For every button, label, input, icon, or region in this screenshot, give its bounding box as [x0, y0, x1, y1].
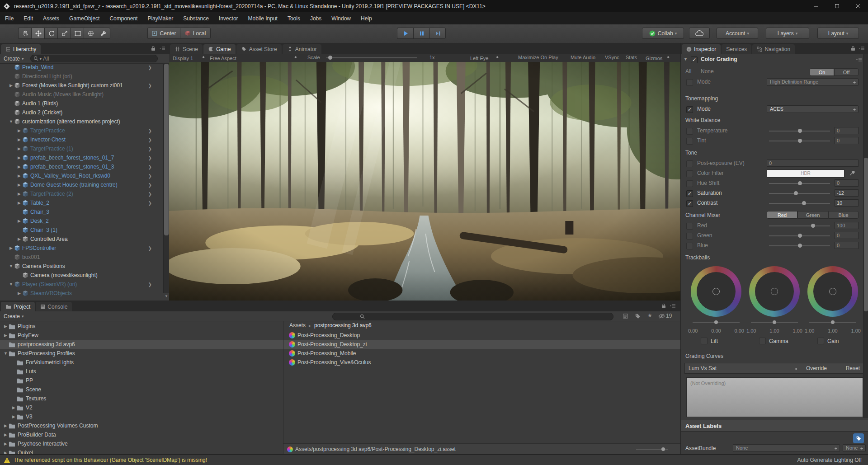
- saturation-slider[interactable]: [769, 190, 830, 197]
- menu-mobile-input[interactable]: Mobile Input: [243, 13, 283, 24]
- hierarchy-item[interactable]: ▶ Desk_2: [0, 216, 164, 225]
- menu-help[interactable]: Help: [356, 13, 377, 24]
- post-exposure-value[interactable]: 0: [767, 160, 859, 167]
- breadcrumb-current[interactable]: postprocessing 3d avp6: [314, 322, 372, 329]
- foldout-right-icon[interactable]: ▶: [16, 128, 22, 133]
- hierarchy-item[interactable]: ▶ TargetPractice❯: [0, 126, 164, 135]
- mixer-red-value[interactable]: 100: [835, 222, 859, 229]
- override-button[interactable]: Override: [806, 365, 827, 371]
- hue-shift-slider[interactable]: [769, 180, 830, 187]
- effect-menu-icon[interactable]: [856, 57, 862, 62]
- inspector-scrollbar[interactable]: [863, 54, 868, 418]
- rotate-tool-button[interactable]: [44, 28, 58, 39]
- project-search-input[interactable]: [332, 313, 613, 320]
- all-button[interactable]: All: [685, 68, 691, 75]
- mixer-blue-value[interactable]: 0: [835, 242, 859, 249]
- layout-dropdown[interactable]: Layout▾: [817, 28, 859, 39]
- project-folder-row[interactable]: ▶ ProBuilder Data: [0, 430, 283, 439]
- maximize-on-play-toggle[interactable]: Maximize On Play: [518, 55, 558, 60]
- foldout-right-icon[interactable]: ▶: [11, 405, 17, 410]
- tab-project[interactable]: Project: [1, 302, 35, 311]
- scale-slider[interactable]: [326, 57, 417, 58]
- pause-button[interactable]: [413, 28, 429, 39]
- lift-slider[interactable]: [693, 322, 740, 323]
- hierarchy-search-input[interactable]: ▾ All: [30, 55, 158, 62]
- tab-navigation[interactable]: Navigation: [752, 44, 795, 54]
- menu-playmaker[interactable]: PlayMaker: [142, 13, 178, 24]
- menu-tools[interactable]: Tools: [283, 13, 305, 24]
- scroll-down-arrow[interactable]: ▼: [164, 294, 169, 300]
- asset-row[interactable]: Post-Processing_Mobile: [283, 349, 680, 358]
- foldout-down-icon[interactable]: ▼: [8, 264, 14, 268]
- menu-assets[interactable]: Assets: [38, 13, 64, 24]
- prefab-nav-arrow[interactable]: ❯: [148, 137, 152, 142]
- menu-component[interactable]: Component: [104, 13, 142, 24]
- project-create-button[interactable]: Create: [4, 313, 20, 319]
- foldout-down-icon[interactable]: ▼: [3, 351, 9, 356]
- hierarchy-item[interactable]: ▶ Invector-Chest❯: [0, 135, 164, 144]
- status-message[interactable]: The referenced script on this Behaviour …: [14, 457, 207, 463]
- foldout-right-icon[interactable]: ▶: [16, 219, 22, 223]
- tonemapping-mode-dropdown[interactable]: ACES: [767, 105, 859, 113]
- project-folder-row[interactable]: Textures: [0, 394, 283, 403]
- project-lock-icon[interactable]: [661, 303, 666, 309]
- hierarchy-item[interactable]: Camera (moveslikesunlight): [0, 271, 164, 280]
- asset-zoom-slider[interactable]: [636, 449, 668, 450]
- prefab-nav-arrow[interactable]: ❯: [148, 183, 152, 188]
- temperature-checkbox[interactable]: [686, 128, 693, 135]
- color-filter-swatch[interactable]: HDR: [767, 169, 844, 178]
- collab-button[interactable]: Collab▾: [642, 28, 684, 39]
- tint-checkbox[interactable]: [686, 138, 693, 145]
- contrast-checkbox[interactable]: ✓: [686, 200, 693, 207]
- space-local-button[interactable]: Local: [180, 28, 211, 39]
- hierarchy-item[interactable]: Chair_3 (1): [0, 225, 164, 235]
- move-tool-button[interactable]: [31, 28, 45, 39]
- tonemapping-mode-checkbox[interactable]: ✓: [686, 106, 693, 113]
- asset-row[interactable]: Post-Processing_Desktop_zi: [283, 340, 680, 349]
- on-button[interactable]: On: [810, 68, 834, 76]
- hierarchy-item[interactable]: ▶ prefab_beech_forest_stones_01_7❯: [0, 153, 164, 162]
- mixer-green-value[interactable]: 0: [835, 232, 859, 239]
- inspector-menu-icon[interactable]: [859, 46, 865, 51]
- foldout-down-icon[interactable]: ▼: [8, 119, 14, 124]
- hand-tool-button[interactable]: [18, 28, 32, 39]
- mute-audio-toggle[interactable]: Mute Audio: [571, 55, 595, 60]
- prefab-nav-arrow[interactable]: ❯: [148, 192, 152, 197]
- foldout-right-icon[interactable]: ▶: [3, 324, 9, 329]
- channel-green-button[interactable]: Green: [797, 211, 828, 219]
- saturation-value[interactable]: -12: [835, 189, 859, 197]
- inspector-lock-icon[interactable]: [851, 46, 855, 51]
- mixer-blue-checkbox[interactable]: [686, 243, 693, 249]
- hue-shift-checkbox[interactable]: [686, 180, 693, 187]
- curve-dropdown[interactable]: Lum Vs Sat: [689, 365, 717, 371]
- prefab-nav-arrow[interactable]: ❯: [148, 246, 152, 251]
- hierarchy-item[interactable]: ▼ Player (SteamVR) (ori)❯: [0, 280, 164, 289]
- foldout-right-icon[interactable]: ▶: [16, 146, 22, 151]
- channel-blue-button[interactable]: Blue: [828, 211, 859, 219]
- saturation-checkbox[interactable]: ✓: [686, 190, 693, 197]
- post-exposure-checkbox[interactable]: [686, 160, 693, 167]
- trackball-value[interactable]: 1.00: [851, 328, 861, 333]
- foldout-right-icon[interactable]: ▶: [16, 237, 22, 241]
- hierarchy-item[interactable]: Audio Music (Moves like Sunlight): [0, 90, 164, 99]
- trackball-value[interactable]: 1.00: [828, 328, 837, 333]
- prefab-nav-arrow[interactable]: ❯: [148, 146, 152, 151]
- hierarchy-item[interactable]: ▶ TargetPractice (1)❯: [0, 144, 164, 153]
- hierarchy-item[interactable]: Audio 1 (Birds): [0, 99, 164, 108]
- prefab-nav-arrow[interactable]: ❯: [148, 201, 152, 206]
- play-button[interactable]: [397, 28, 413, 39]
- save-search-star-icon[interactable]: ★: [647, 312, 652, 319]
- foldout-right-icon[interactable]: ▶: [8, 246, 14, 250]
- trackball-value[interactable]: 0.00: [711, 328, 721, 333]
- mode-dropdown[interactable]: High Definition Range: [767, 78, 859, 86]
- color-filter-checkbox[interactable]: [686, 170, 693, 177]
- foldout-right-icon[interactable]: ▶: [16, 192, 22, 196]
- project-folder-row[interactable]: ▶ V3: [0, 412, 283, 421]
- project-folder-row[interactable]: ▶ V2: [0, 403, 283, 412]
- temperature-value[interactable]: 0: [835, 127, 859, 134]
- project-folder-row[interactable]: ▶ Psychose Interactive: [0, 439, 283, 448]
- tab-console[interactable]: Console: [36, 302, 72, 311]
- trackball-value[interactable]: 0.00: [735, 328, 744, 333]
- tab-asset-store[interactable]: Asset Store: [236, 44, 282, 54]
- curve-preview-box[interactable]: (Not Overriding): [686, 377, 863, 417]
